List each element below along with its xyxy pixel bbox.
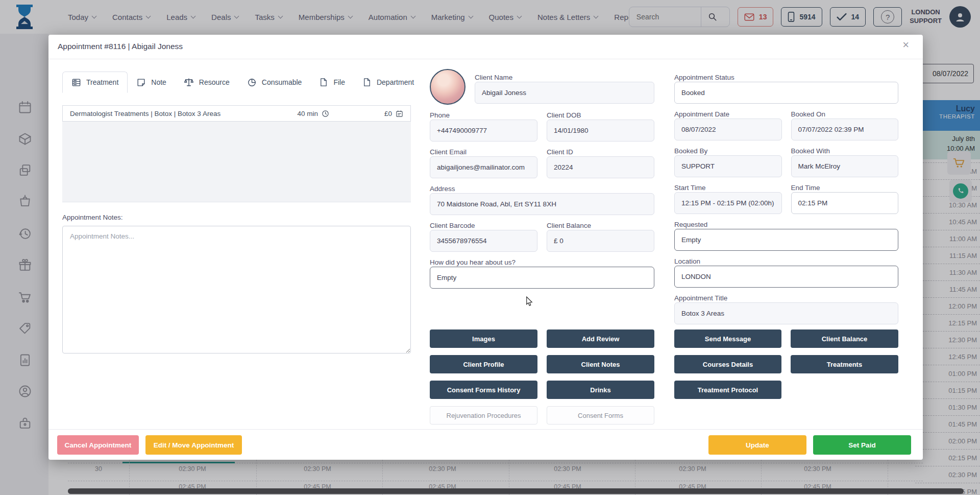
client-dob-label: Client DOB [547, 111, 654, 120]
mouse-cursor [525, 296, 534, 309]
treatment-price: £0 [384, 110, 403, 117]
booked-by-field[interactable]: SUPPORT [674, 155, 782, 177]
requested-select[interactable]: Empty [674, 229, 898, 251]
tab-note[interactable]: Note [128, 72, 175, 93]
client-barcode-field[interactable]: 3455678976554 [430, 230, 537, 252]
start-time-field[interactable]: 12:15 PM - 02:15 PM (02:00h) [674, 192, 782, 214]
requested-label: Requested [674, 220, 898, 229]
action-buttons: Images Add Review Client Profile Client … [430, 329, 898, 425]
consent-forms-button[interactable]: Consent Forms [547, 406, 654, 425]
tab-bar: Treatment Note Resource Consumable [62, 72, 411, 93]
end-time-label: End Time [791, 183, 899, 192]
booked-on-label: Booked On [791, 110, 899, 119]
appointment-date-field[interactable]: 08/07/2022 [674, 119, 782, 140]
client-email-label: Client Email [430, 148, 537, 156]
treatment-name: Dermatologist Treatments | Botox | Botox… [70, 110, 297, 117]
cancel-appointment-button[interactable]: Cancel Appointment [57, 435, 139, 455]
set-paid-button[interactable]: Set Paid [813, 435, 911, 455]
appointment-notes-label: Appointment Notes: [62, 214, 411, 221]
appointment-notes-input[interactable] [62, 226, 411, 353]
pie-chart-icon [247, 78, 257, 87]
file-icon [319, 78, 328, 87]
booked-by-label: Booked By [674, 147, 782, 155]
add-review-button[interactable]: Add Review [547, 329, 654, 348]
client-panel: Client Name Abigail Joness Phone+4474900… [430, 69, 654, 289]
client-balance-label: Client Balance [547, 221, 654, 230]
list-icon [71, 78, 81, 87]
price-calendar-icon [396, 110, 403, 117]
note-icon [136, 78, 146, 87]
client-balance-field[interactable]: £ 0 [547, 230, 654, 252]
appointment-modal: Appointment #8116 | Abigail Joness × Tre… [48, 35, 923, 460]
update-button[interactable]: Update [708, 435, 806, 455]
appointment-title-label: Appointment Title [674, 294, 898, 302]
client-id-label: Client ID [547, 148, 654, 156]
phone-field[interactable]: +447490009777 [430, 120, 537, 142]
drinks-button[interactable]: Drinks [547, 381, 654, 399]
address-label: Address [430, 184, 654, 193]
hear-about-select[interactable]: Empty [430, 267, 654, 289]
client-name-label: Client Name [475, 73, 654, 82]
booked-with-label: Booked With [791, 147, 899, 155]
appointment-status-label: Appointment Status [674, 73, 898, 82]
edit-move-appointment-button[interactable]: Edit / Move Appointment [145, 435, 242, 455]
clock-icon [322, 110, 329, 117]
client-notes-button[interactable]: Client Notes [547, 355, 654, 373]
appointment-panel: Appointment StatusBooked Appointment Dat… [674, 69, 898, 324]
client-balance-button[interactable]: Client Balance [791, 329, 898, 348]
location-select[interactable]: LONDON [674, 266, 898, 288]
treatments-button[interactable]: Treatments [791, 355, 898, 373]
modal-body: Treatment Note Resource Consumable [48, 59, 923, 429]
tab-consumable[interactable]: Consumable [238, 72, 311, 93]
end-time-field[interactable]: 02:15 PM [791, 192, 899, 214]
modal-footer: Cancel Appointment Edit / Move Appointme… [48, 429, 923, 460]
client-id-field[interactable]: 20224 [547, 156, 654, 178]
tab-department[interactable]: Department [354, 72, 423, 93]
scales-icon [184, 77, 194, 87]
hear-about-label: How did you hear about us? [430, 258, 654, 267]
treatment-protocol-button[interactable]: Treatment Protocol [674, 381, 781, 399]
treatment-panel: Treatment Note Resource Consumable [62, 72, 411, 353]
modal-header: Appointment #8116 | Abigail Joness × [48, 35, 923, 59]
client-barcode-label: Client Barcode [430, 221, 537, 230]
location-label: Location [674, 257, 898, 266]
tab-file[interactable]: File [310, 72, 354, 93]
tab-resource[interactable]: Resource [175, 72, 238, 93]
appointment-status-select[interactable]: Booked [674, 82, 898, 104]
appointment-date-label: Appointment Date [674, 110, 782, 119]
start-time-label: Start Time [674, 183, 782, 192]
client-profile-button[interactable]: Client Profile [430, 355, 537, 373]
send-message-button[interactable]: Send Message [674, 329, 781, 348]
document-icon [362, 78, 372, 87]
client-photo[interactable] [430, 69, 465, 105]
treatment-drop-area[interactable] [62, 122, 411, 202]
treatment-row[interactable]: Dermatologist Treatments | Botox | Botox… [62, 105, 411, 122]
booked-on-field[interactable]: 07/07/2022 02:39 PM [791, 119, 899, 140]
rejuvenation-procedures-button[interactable]: Rejuvenation Procedures [430, 406, 537, 425]
tab-treatment[interactable]: Treatment [62, 72, 128, 93]
consent-forms-history-button[interactable]: Consent Forms History [430, 381, 537, 399]
phone-label: Phone [430, 111, 537, 120]
address-field[interactable]: 70 Maidstone Road, Abl, Ert SY11 8XH [430, 193, 654, 215]
client-email-field[interactable]: abigailjones@mailinator.com [430, 156, 537, 178]
images-button[interactable]: Images [430, 329, 537, 348]
close-icon[interactable]: × [902, 39, 909, 51]
appointment-title-field[interactable]: Botox 3 Areas [674, 302, 898, 324]
modal-title: Appointment #8116 | Abigail Joness [58, 42, 183, 51]
app-screen: Today Contacts Leads Deals Tasks Members… [0, 0, 980, 495]
client-dob-field[interactable]: 14/01/1980 [547, 120, 654, 142]
client-name-field[interactable]: Abigail Joness [475, 82, 654, 104]
courses-details-button[interactable]: Courses Details [674, 355, 781, 373]
treatment-duration: 40 min [297, 110, 329, 117]
booked-with-field[interactable]: Mark McElroy [791, 155, 899, 177]
